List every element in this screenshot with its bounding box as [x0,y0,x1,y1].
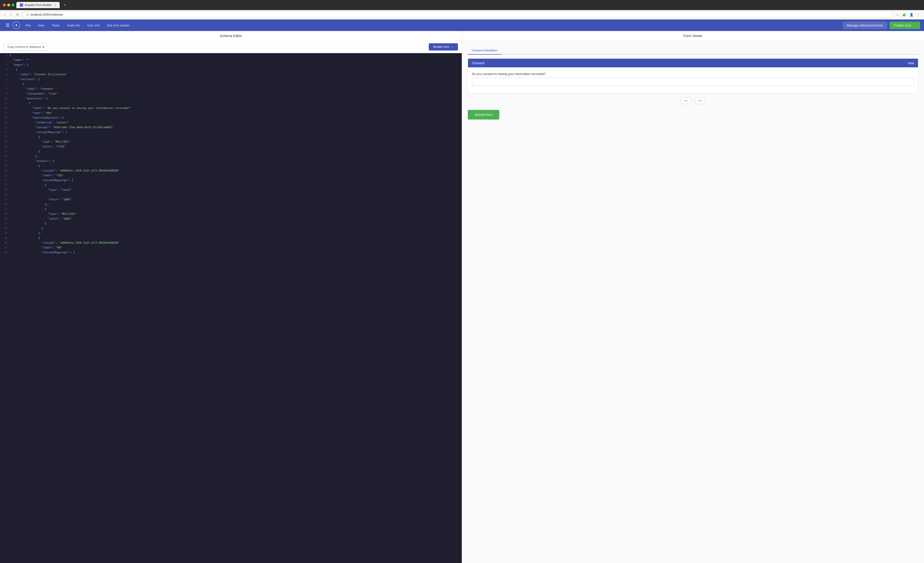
code-line: 35 "value": "1065" [0,217,462,222]
form-nav-divider: | [693,99,693,103]
tab-close-button[interactable]: ✕ [54,4,56,7]
code-token-bracket: { [10,82,24,85]
code-token-key: "conceptMappings" [10,179,69,182]
line-content: "label": "Consent Elicitation" [10,72,462,77]
line-content: "type": "local" [10,188,462,193]
browser-chrome: Ampath Form Builder ✕ + ‹ › ↻ localhost:… [0,0,924,19]
address-input[interactable]: localhost:4200/#/edit/new [30,13,890,16]
code-token-key: "questions" [10,97,43,100]
lock-icon [26,13,29,16]
form-prev-button[interactable]: << [681,97,691,104]
tab-consent-elicitation[interactable]: Consent Elicitation [468,46,501,55]
form-viewer-content: Consent Elicitation Consent Hide Do you … [462,41,924,563]
nav-view[interactable]: View [34,22,48,29]
code-line: 25 "concept": "a899b35c-1350-11df-a1f1-0… [0,169,462,174]
render-form-button[interactable]: Render form → [429,43,458,51]
code-line: 17 "conceptMappings": [ [0,130,462,135]
form-next-button[interactable]: >> [695,97,705,104]
menu-dots-icon[interactable]: ⋮ [916,12,921,18]
browser-toolbar-icons: ☆ 🧩 👤 ⋮ [895,12,921,18]
code-token-colon: : [56,169,57,172]
line-number: 14 [0,116,10,120]
address-bar[interactable]: localhost:4200/#/edit/new [22,12,893,18]
code-line: 7 { [0,82,462,87]
hide-section-button[interactable]: Hide [908,61,914,65]
form-submit-area: Submit form [468,108,918,121]
browser-titlebar: Ampath Form Builder ✕ + [0,0,924,10]
code-token-bracket: [ [45,97,48,100]
nav-items: File View Tasks Audit info User info Exi… [22,22,842,29]
reload-button[interactable]: ↻ [15,12,21,18]
line-number: 2 [0,58,10,63]
nav-exit-form-builder[interactable]: Exit form builder [104,22,133,29]
code-line: 12 "label": "Do you consent to having yo… [0,106,462,111]
copy-icon: ⧉ [42,45,45,49]
line-content: "conceptMappings":: [ [10,250,462,255]
code-line: 15 "rendering": "select" [0,120,462,125]
form-section-body: Do you consent to having your informatio… [468,67,918,93]
code-line: 41 "label": "NO" [0,246,462,250]
code-line: 30 [0,193,462,198]
code-token-bracket: { [10,184,46,187]
code-token-colon: : [59,198,61,201]
schema-editor-panel: Schema Editor Copy schema to clipboard ⧉… [0,31,462,563]
copy-schema-button[interactable]: Copy schema to clipboard ⧉ [4,43,48,51]
line-number: 38 [0,231,10,236]
line-number: 26 [0,174,10,178]
code-token-key: "concept" [10,126,50,129]
code-line: 10 "questions": [ [0,96,462,101]
new-tab-button[interactable]: + [62,2,68,8]
line-content: "label": "Do you consent to having your … [10,106,462,111]
bookmark-icon[interactable]: ☆ [895,12,900,18]
extensions-icon[interactable]: 🧩 [901,12,908,18]
line-number: 11 [0,101,10,106]
nav-file[interactable]: File [22,22,34,29]
tab-favicon [20,3,23,7]
back-button[interactable]: ‹ [3,12,7,18]
code-token-key: "concept" [10,241,56,244]
maximize-traffic-light[interactable] [12,4,14,6]
code-token-bracket: }, [10,203,48,206]
code-token-bracket: { [61,116,64,119]
code-token-key: "value" [10,145,53,148]
consent-select[interactable]: YES NO [472,78,914,85]
line-number: 24 [0,164,10,169]
profile-icon[interactable]: 👤 [908,12,915,18]
browser-toolbar: ‹ › ↻ localhost:4200/#/edit/new ☆ 🧩 👤 ⋮ [0,10,924,19]
line-content: { [10,164,462,169]
code-line: 13 "type": "obs" [0,111,462,116]
forward-button[interactable]: › [9,12,13,18]
code-token-bracket: { [10,237,40,240]
line-number: 35 [0,217,10,222]
line-content: { [10,101,462,106]
form-section-consent: Consent Hide Do you consent to having yo… [468,58,918,94]
minimize-traffic-light[interactable] [7,4,10,6]
browser-tab[interactable]: Ampath Form Builder ✕ [16,2,60,8]
code-editor[interactable]: 1{2 "name": ""3 "pages": [4 {5 "label": … [0,53,462,563]
manage-referenced-forms-button[interactable]: Manage referenced forms [843,22,887,29]
form-viewer-panel: Form Viewer Consent Elicitation Consent … [462,31,924,563]
line-content: "type": "MCL/CIEL" [10,140,462,145]
nav-tasks[interactable]: Tasks [48,22,63,29]
publish-form-button[interactable]: Publish form → [890,22,920,29]
nav-user-info[interactable]: User info [84,22,103,29]
code-token-bracket: } [10,150,40,153]
submit-form-button[interactable]: Submit form [468,110,499,120]
line-content: }, [10,202,462,207]
code-token-string: "Do you consent to having your informati… [45,106,131,110]
line-content: { [10,183,462,188]
line-content [10,193,462,198]
code-token-string: "select" [54,121,69,124]
hamburger-menu-button[interactable]: ☰ [4,21,12,30]
code-token-colon: : [35,78,37,81]
line-number: 15 [0,120,10,125]
code-token-colon: : [59,217,61,220]
form-nav: << | >> [468,94,918,108]
code-token-key: "sections" [10,78,35,81]
line-content: }, [10,231,462,236]
nav-audit-info[interactable]: Audit info [63,22,83,29]
line-content: "label": "NO" [10,246,462,250]
close-traffic-light[interactable] [3,4,6,6]
code-token-string: "1710" [54,145,65,148]
line-number: 23 [0,159,10,164]
